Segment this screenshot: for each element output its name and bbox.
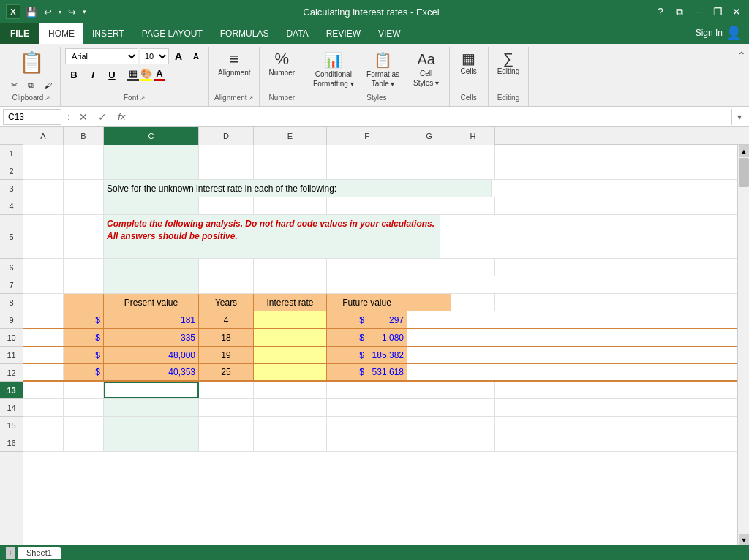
cell-rest-1[interactable] [495, 145, 749, 162]
cell-d6[interactable] [199, 259, 254, 276]
cell-b8[interactable] [64, 294, 104, 311]
cell-g9[interactable]: 297 [367, 311, 407, 328]
customize-button[interactable]: ▾ [80, 8, 89, 15]
copy-button[interactable]: ⧉ [24, 78, 37, 92]
cell-b13[interactable] [64, 382, 104, 398]
cell-e7[interactable] [254, 276, 327, 293]
cell-rest-2[interactable] [495, 162, 749, 179]
cell-b6[interactable] [64, 259, 104, 276]
col-header-g[interactable]: G [407, 127, 451, 145]
cell-h14[interactable] [451, 399, 495, 416]
cell-b7[interactable] [64, 276, 104, 293]
cell-e6[interactable] [254, 259, 327, 276]
cell-a1[interactable] [23, 145, 64, 162]
select-all-button[interactable] [0, 127, 23, 145]
cell-c3[interactable]: Solve for the unknown interest rate in e… [104, 180, 492, 197]
cell-g1[interactable] [407, 145, 451, 162]
col-header-e[interactable]: E [254, 127, 327, 145]
cell-rest-4[interactable] [495, 197, 749, 214]
cell-c14[interactable] [104, 399, 199, 416]
cell-e12[interactable] [254, 364, 327, 380]
cell-g6[interactable] [407, 259, 451, 276]
cell-f10-dollar[interactable]: $ [327, 329, 367, 346]
cell-d15[interactable] [199, 417, 254, 434]
row-num-11[interactable]: 11 [0, 347, 23, 364]
cell-h9[interactable] [407, 311, 451, 328]
cell-a13[interactable] [23, 382, 64, 398]
cell-d14[interactable] [199, 399, 254, 416]
row-num-14[interactable]: 14 [0, 399, 23, 417]
shrink-font-button[interactable]: A [188, 48, 204, 64]
cut-button[interactable]: ✂ [7, 78, 21, 92]
cell-d12[interactable]: 25 [199, 364, 254, 380]
cell-e13[interactable] [254, 382, 327, 398]
maximize-button[interactable]: ❐ [711, 5, 724, 18]
close-button[interactable]: ✕ [730, 5, 743, 18]
add-sheet-button[interactable]: + [6, 547, 15, 559]
cell-b1[interactable] [64, 145, 104, 162]
cell-b10[interactable]: $ [64, 329, 104, 346]
row-num-13[interactable]: 13 [0, 382, 23, 399]
bold-button[interactable]: B [65, 67, 83, 83]
tab-formulas[interactable]: FORMULAS [211, 23, 278, 44]
cell-b16[interactable] [64, 434, 104, 451]
cell-b5[interactable] [64, 215, 104, 258]
cell-f2[interactable] [327, 162, 407, 179]
italic-button[interactable]: I [84, 67, 102, 83]
col-header-b[interactable]: B [64, 127, 104, 145]
format-painter-button[interactable]: 🖌 [40, 78, 56, 92]
cell-g15[interactable] [407, 417, 451, 434]
tab-home[interactable]: HOME [39, 23, 83, 44]
cell-a8[interactable] [23, 294, 64, 311]
cell-c13[interactable] [104, 382, 199, 398]
formula-dropdown-button[interactable]: ▾ [731, 109, 746, 125]
cell-c1[interactable] [104, 145, 199, 162]
cell-f13[interactable] [327, 382, 407, 398]
row-num-15[interactable]: 15 [0, 417, 23, 434]
tab-insert[interactable]: INSERT [83, 23, 133, 44]
cell-e15[interactable] [254, 417, 327, 434]
cell-f16[interactable] [327, 434, 407, 451]
cell-f7[interactable] [327, 276, 407, 293]
cell-g10[interactable]: 1,080 [367, 329, 407, 346]
cell-c16[interactable] [104, 434, 199, 451]
col-header-c[interactable]: C [104, 127, 199, 145]
cell-e14[interactable] [254, 399, 327, 416]
formula-input[interactable] [132, 109, 729, 125]
cell-f9-dollar[interactable]: $ [327, 311, 367, 328]
cell-rest-3[interactable] [492, 180, 749, 197]
cell-d16[interactable] [199, 434, 254, 451]
undo-button[interactable]: ↩ [42, 7, 54, 18]
cells-button[interactable]: ▦ Cells [454, 48, 483, 78]
font-color-button[interactable]: A [154, 68, 165, 81]
font-name-select[interactable]: Arial [65, 48, 138, 64]
cell-rest-16[interactable] [495, 434, 749, 451]
row-num-12[interactable]: 12 [0, 364, 23, 382]
vertical-scrollbar[interactable]: ▲ ▼ [737, 145, 749, 547]
cancel-formula-button[interactable]: ✕ [75, 109, 91, 125]
cell-b3[interactable] [64, 180, 104, 197]
row-num-2[interactable]: 2 [0, 162, 23, 180]
cell-rest-5[interactable] [440, 215, 749, 258]
cell-a3[interactable] [23, 180, 64, 197]
row-num-5[interactable]: 5 [0, 215, 23, 259]
cell-d7[interactable] [199, 276, 254, 293]
font-size-select[interactable]: 10 [140, 48, 169, 64]
cell-c6[interactable] [104, 259, 199, 276]
cell-a2[interactable] [23, 162, 64, 179]
undo-dropdown[interactable]: ▾ [56, 9, 64, 15]
cell-c10[interactable]: 335 [104, 329, 199, 346]
cell-f1[interactable] [327, 145, 407, 162]
fill-color-button[interactable]: 🎨 [140, 68, 152, 81]
cell-e1[interactable] [254, 145, 327, 162]
cell-a9[interactable] [23, 311, 64, 328]
cell-h12[interactable] [407, 364, 451, 380]
cell-g13[interactable] [407, 382, 451, 398]
cell-a7[interactable] [23, 276, 64, 293]
col-header-h[interactable]: H [451, 127, 495, 145]
cell-a11[interactable] [23, 347, 64, 363]
cell-c15[interactable] [104, 417, 199, 434]
cell-b4[interactable] [64, 197, 104, 214]
col-header-d[interactable]: D [199, 127, 254, 145]
cell-b2[interactable] [64, 162, 104, 179]
